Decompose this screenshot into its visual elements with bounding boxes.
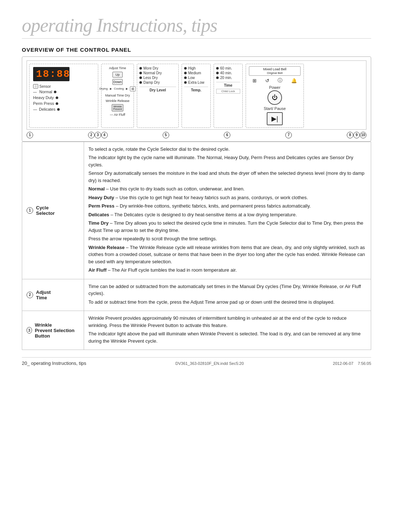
panel-inner: 18:88 ☉ Sensor — Normal Heavy Duty Perm … [27, 60, 366, 130]
row-label-3: WrinklePrevent Selection Button [35, 322, 79, 339]
callout-1: 1 [27, 132, 33, 138]
row-label-1: CycleSelector [36, 205, 55, 216]
cycle-icon: ⊞ [253, 78, 257, 83]
num-label-3: 3WrinklePrevent Selection Button [27, 322, 79, 339]
start-pause-label: Start/ Pause [264, 106, 286, 111]
heavy-duty-cycle: Heavy Duty [33, 95, 94, 100]
down-arrow-button[interactable]: Down [112, 79, 123, 85]
dry-level-panel: More Dry Normal Dry Less Dry Damp Dry Dr… [137, 64, 179, 128]
table-row: 2AdjustTimeTime can be added or subtract… [22, 279, 371, 311]
callout-8: 8 [347, 132, 353, 138]
label-cell-2: 2AdjustTime [22, 279, 84, 311]
callout-10: 10 [360, 132, 366, 138]
air-fluff-label: — Air Fluff [110, 113, 125, 117]
temp-high: High [184, 66, 208, 70]
callout-5: 5 [163, 132, 169, 138]
mixed-load-bell: Mixed Load Bell Original Bell [249, 66, 301, 76]
alarm-icon: 🔔 [291, 78, 297, 83]
more-dry: More Dry [139, 66, 176, 70]
row-number-1: 1 [27, 207, 33, 214]
cycle-selector-panel: 18:88 ☉ Sensor — Normal Heavy Duty Perm … [29, 64, 98, 128]
control-panel-diagram: 18:88 ☉ Sensor — Normal Heavy Duty Perm … [22, 56, 371, 142]
damp-dry: Damp Dry [139, 80, 176, 84]
paragraph: Heavy Duty – Use this cycle to get high … [88, 194, 366, 201]
paragraph: Air Fluff – The Air Fluff cycle tumbles … [88, 267, 366, 274]
heavy-duty-dot [56, 96, 58, 99]
paragraph: Press the arrow repeatedly to scroll thr… [88, 235, 366, 243]
page-title: operating Instructions, tips [22, 15, 371, 39]
temp-panel: High Medium Low Extra Low Temp. [182, 64, 211, 128]
play-icon: ▶| [271, 115, 278, 123]
callout-numbers-row: 1 2 3 4 5 6 7 8 9 10 [27, 130, 366, 139]
callout-9: 9 [353, 132, 360, 138]
callout-7: 7 [285, 132, 292, 138]
paragraph: Perm Press – Dry wrinkle-free cottons, s… [88, 202, 366, 210]
more-dry-dot [139, 67, 142, 70]
time-40: 40 min. [216, 71, 240, 75]
text-cell-1: To select a cycle, rotate the Cycle Sele… [84, 142, 371, 279]
less-dry: Less Dry [139, 76, 176, 80]
paragraph: Time Dry – Time Dry allows you to select… [88, 220, 366, 234]
power-icon: ⏻ [272, 94, 278, 101]
temp-low: Low [184, 76, 208, 80]
manual-time-dry-label: Manual Time Dry [105, 94, 130, 98]
normal-dot [54, 91, 56, 93]
temp-medium: Medium [184, 71, 208, 75]
paragraph: Time can be added or subtracted from the… [88, 283, 366, 297]
info-icon: ⓘ [278, 77, 282, 84]
label-cell-1: 1CycleSelector [22, 142, 84, 279]
num-label-2: 2AdjustTime [27, 289, 79, 300]
adjust-time-label: Adjust Time [109, 66, 126, 70]
text-cell-3: Wrinkle Prevent provides approximately 9… [84, 311, 371, 350]
callout-6: 6 [224, 132, 230, 138]
power-section: Power ⏻ [249, 85, 301, 105]
label-cell-3: 3WrinklePrevent Selection Button [22, 311, 84, 350]
normal-cycle: — Normal [33, 90, 94, 94]
sensor-label: ☉ Sensor [33, 84, 94, 88]
power-label: Power [269, 85, 280, 90]
time-footer: Time [216, 82, 240, 87]
row-number-2: 2 [27, 292, 33, 298]
paragraph: The indicator light by the cycle name wi… [88, 154, 366, 168]
delicates-cycle: — Delicates [33, 107, 94, 111]
start-section: Start/ Pause ▶| [249, 106, 301, 125]
paragraph: To add or subtract time from the cycle, … [88, 299, 366, 306]
delicates-dot [57, 108, 60, 111]
perm-press-cycle: Perm Press [33, 101, 94, 106]
callout-3: 3 [95, 132, 101, 138]
paragraph: Delicates – The Delicates cycle is desig… [88, 211, 366, 218]
power-button[interactable]: ⏻ [267, 90, 282, 105]
settings-icon: ↺ [265, 78, 269, 83]
temp-extra-low: Extra Low [184, 80, 208, 84]
page-footer: 20_ operating Instructions, tips DV361_3… [22, 357, 371, 366]
up-arrow-button[interactable]: Up [112, 72, 123, 78]
section-heading: OVERVIEW OF THE CONTROL PANEL [22, 47, 371, 53]
dry-level-footer: Dry Level [139, 87, 176, 92]
paragraph: Sensor Dry automatically senses the mois… [88, 170, 366, 184]
page-container: operating Instructions, tips OVERVIEW OF… [0, 0, 393, 381]
wrinkle-prevent-button[interactable]: Wrinkle Prevent [112, 104, 123, 111]
time-60: 60 min. [216, 66, 240, 70]
damp-dry-dot [139, 81, 142, 84]
content-table: 1CycleSelectorTo select a cycle, rotate … [22, 142, 371, 350]
page-number: 20_ operating Instructions, tips [22, 360, 86, 366]
footer-file: DV361_363-02810F_EN.indd Sec5:20 [175, 361, 244, 366]
paragraph: Wrinkle Release – The Wrinkle Release cy… [88, 244, 366, 265]
time-20: 20 min. [216, 76, 240, 80]
table-row: 3WrinklePrevent Selection ButtonWrinkle … [22, 311, 371, 350]
paragraph: Wrinkle Prevent provides approximately 9… [88, 315, 366, 329]
sensor-icon: ☉ [33, 84, 38, 88]
paragraph: To select a cycle, rotate the Cycle Sele… [88, 146, 366, 153]
less-dry-dot [139, 76, 142, 79]
row-label-2: AdjustTime [36, 289, 51, 300]
child-lock-label: Child Lock [216, 89, 240, 94]
row-number-3: 3 [27, 327, 32, 334]
wrinkle-release-label: Wrinkle Release [106, 99, 129, 103]
temp-footer: Temp. [184, 87, 208, 92]
table-row: 1CycleSelectorTo select a cycle, rotate … [22, 142, 371, 279]
footer-datetime: 2012-06-07 7:56:05 [333, 361, 371, 366]
paragraph: The indicator light above the pad will i… [88, 330, 366, 344]
perm-press-dot [56, 102, 58, 105]
start-pause-button[interactable]: ▶| [267, 112, 283, 125]
num-label-1: 1CycleSelector [27, 205, 79, 216]
